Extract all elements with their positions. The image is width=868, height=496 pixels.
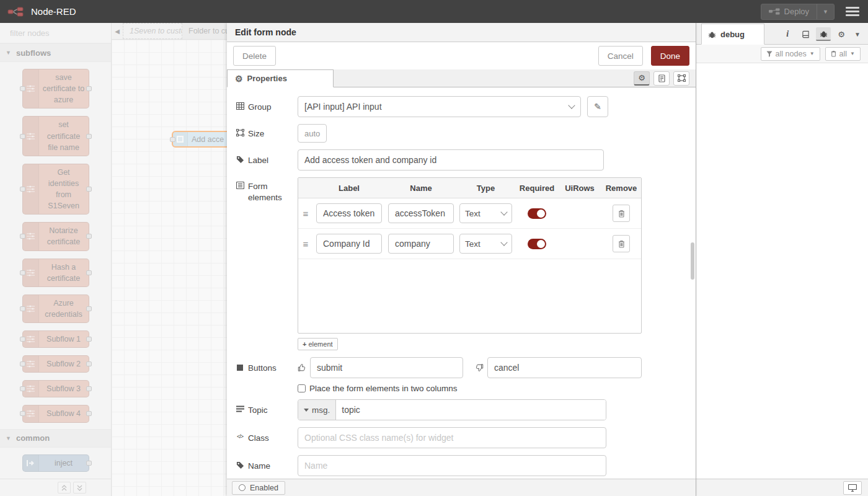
- open-dashboard-button[interactable]: [843, 481, 862, 495]
- node-output-port: [86, 361, 92, 366]
- palette-node-azure-credentials[interactable]: Azure credentials: [22, 294, 89, 323]
- drag-handle-icon[interactable]: ≡: [298, 208, 313, 219]
- palette-node-notarize-certificate[interactable]: Notarize certificate: [22, 222, 89, 250]
- element-type-select[interactable]: Text: [459, 203, 512, 223]
- done-button[interactable]: Done: [651, 46, 689, 66]
- workspace-tab-s1seven[interactable]: 1Seven to custo: [123, 23, 182, 39]
- node-input-port: [20, 411, 25, 416]
- size-auto-button[interactable]: auto: [298, 124, 327, 143]
- form-elements-header: Label Name Type Required UiRows Remove: [298, 178, 641, 198]
- group-select[interactable]: [API input] API input: [298, 96, 581, 117]
- element-type-select[interactable]: Text: [459, 234, 512, 254]
- node-input-port: [20, 270, 25, 275]
- filter-nodes-button[interactable]: all nodes ▼: [761, 47, 820, 61]
- two-columns-checkbox[interactable]: [298, 384, 306, 392]
- add-element-button[interactable]: + element: [298, 338, 338, 350]
- class-input[interactable]: [298, 427, 606, 448]
- node-output-port: [86, 306, 92, 311]
- palette-node-subflow-4[interactable]: Subflow 4: [22, 405, 89, 422]
- delete-button[interactable]: Delete: [233, 46, 276, 66]
- debug-tab-button[interactable]: [816, 27, 831, 41]
- subflow-icon: [26, 185, 35, 193]
- status-circle-icon: [239, 484, 246, 491]
- expand-all-button[interactable]: [73, 482, 86, 494]
- node-red-logo-icon: [7, 7, 26, 17]
- node-output-port: [86, 134, 92, 139]
- chevron-double-up-icon: [61, 485, 67, 491]
- palette-node-subflow-2[interactable]: Subflow 2: [22, 355, 89, 373]
- info-tab-button[interactable]: i: [780, 27, 795, 41]
- thumbs-down-icon: [475, 363, 484, 372]
- node-properties-button[interactable]: ⚙: [634, 71, 650, 86]
- topic-label: Topic: [236, 404, 298, 416]
- node-palette: ▼ subflows save certificate to azure set…: [0, 23, 112, 496]
- plus-icon: +: [303, 340, 306, 348]
- info-icon: i: [786, 29, 789, 39]
- table-icon: [236, 102, 244, 110]
- chevron-down-icon: [500, 208, 507, 215]
- trash-icon: [618, 210, 625, 218]
- name-input[interactable]: [298, 455, 606, 476]
- dialog-scrollbar[interactable]: [691, 87, 695, 479]
- dialog-title: Edit form node: [227, 23, 696, 42]
- palette-node-hash-certificate[interactable]: Hash a certificate: [22, 259, 89, 287]
- element-name-input[interactable]: [388, 203, 454, 223]
- palette-node-save-certificate[interactable]: save certificate to azure: [22, 69, 89, 108]
- debug-messages-panel: [696, 63, 868, 479]
- cancel-button[interactable]: Cancel: [598, 46, 643, 66]
- element-name-input[interactable]: [388, 234, 454, 254]
- required-toggle[interactable]: [528, 239, 546, 249]
- node-input-port[interactable]: [170, 137, 175, 142]
- deploy-options-button[interactable]: ▼: [817, 4, 834, 19]
- book-icon: [802, 30, 810, 38]
- edit-group-button[interactable]: ✎: [587, 96, 608, 117]
- topic-type-select[interactable]: msg.: [298, 400, 336, 420]
- topic-bars-icon: [236, 405, 244, 412]
- scrollbar-thumb[interactable]: [691, 242, 694, 280]
- label-input[interactable]: [298, 149, 604, 170]
- palette-node-set-certificate-filename[interactable]: set certificate file name: [22, 116, 89, 156]
- sidebar-tab-debug[interactable]: debug: [701, 24, 764, 45]
- drag-handle-icon[interactable]: ≡: [298, 239, 313, 249]
- palette-category-subflows[interactable]: ▼ subflows: [0, 43, 111, 62]
- config-tab-button[interactable]: ⚙: [834, 27, 849, 41]
- chevron-down-icon: ▼: [6, 50, 11, 56]
- topic-value-input[interactable]: [336, 400, 606, 420]
- tab-properties[interactable]: ⚙ Properties: [227, 69, 334, 87]
- description-button[interactable]: [653, 71, 670, 86]
- required-toggle[interactable]: [528, 208, 546, 219]
- appearance-button[interactable]: [673, 71, 689, 86]
- subflow-icon: [26, 232, 35, 241]
- dialog-tabrow: ⚙ Properties ⚙: [227, 69, 696, 87]
- debug-toolbar: all nodes ▼ all ▼: [696, 45, 868, 63]
- enabled-toggle-button[interactable]: Enabled: [232, 481, 285, 495]
- main-menu-button[interactable]: [846, 7, 859, 16]
- clear-debug-button[interactable]: all ▼: [825, 47, 861, 61]
- node-input-port: [20, 234, 25, 239]
- tab-scroll-left-button[interactable]: ◀: [112, 23, 123, 39]
- remove-element-button[interactable]: [613, 235, 630, 252]
- sidebar-menu-button[interactable]: ▼: [852, 31, 863, 38]
- node-output-port: [86, 461, 92, 466]
- deploy-button[interactable]: Deploy ▼: [761, 4, 835, 20]
- palette-node-subflow-3[interactable]: Subflow 3: [22, 380, 89, 397]
- palette-node-inject[interactable]: inject: [22, 454, 89, 472]
- element-label-input[interactable]: [316, 203, 382, 223]
- chevron-double-down-icon: [77, 485, 82, 491]
- collapse-all-button[interactable]: [58, 482, 71, 494]
- remove-element-button[interactable]: [613, 205, 630, 222]
- element-label-input[interactable]: [316, 234, 382, 254]
- cancel-button-text-input[interactable]: [487, 357, 642, 378]
- submit-button-text-input[interactable]: [310, 357, 463, 378]
- palette-search-input[interactable]: [10, 29, 119, 38]
- node-output-port: [86, 86, 92, 91]
- square-icon: [237, 365, 243, 371]
- palette-node-get-identities[interactable]: Get identities from S1Seven: [22, 164, 89, 215]
- tag-icon: [236, 156, 244, 164]
- subflow-icon: [26, 335, 35, 343]
- deploy-button-main[interactable]: Deploy: [761, 7, 817, 16]
- gear-icon: ⚙: [235, 74, 243, 84]
- help-tab-button[interactable]: [798, 27, 813, 41]
- palette-category-common[interactable]: ▼ common: [0, 429, 111, 448]
- palette-node-subflow-1[interactable]: Subflow 1: [22, 330, 89, 348]
